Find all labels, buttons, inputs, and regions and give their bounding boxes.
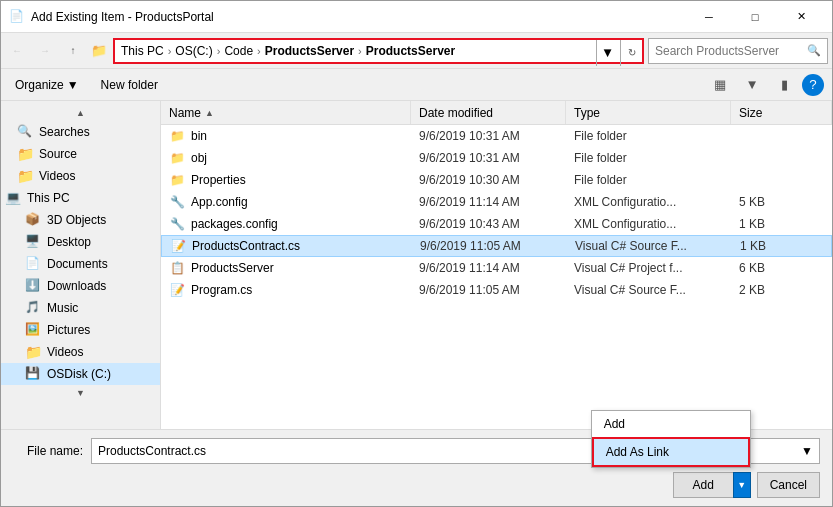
pictures-icon: 🖼️ xyxy=(25,322,41,338)
view-dropdown-button[interactable]: ▼ xyxy=(738,73,766,97)
sidebar-item-searches[interactable]: 🔍 Searches xyxy=(1,121,160,143)
file-type: XML Configuratio... xyxy=(566,213,731,235)
desktop-icon: 🖥️ xyxy=(25,234,41,250)
file-type: Visual C# Source F... xyxy=(567,236,732,256)
file-name: obj xyxy=(191,151,207,165)
sidebar-item-osdisk[interactable]: 💾 OSDisk (C:) xyxy=(1,363,160,385)
dropdown-item-add-as-link[interactable]: Add As Link xyxy=(592,437,750,467)
table-row[interactable]: 📝 Program.cs 9/6/2019 11:05 AM Visual C#… xyxy=(161,279,832,301)
table-row[interactable]: 📁 Properties 9/6/2019 10:30 AM File fold… xyxy=(161,169,832,191)
sidebar-scroll-up[interactable]: ▲ xyxy=(1,105,160,121)
organize-dropdown-icon: ▼ xyxy=(67,78,79,92)
new-folder-button[interactable]: New folder xyxy=(93,75,166,95)
column-header-type[interactable]: Type xyxy=(566,101,731,124)
file-type: File folder xyxy=(566,147,731,169)
forward-button[interactable]: → xyxy=(33,39,57,63)
sidebar-item-videos[interactable]: 📁 Videos xyxy=(1,165,160,187)
file-name: bin xyxy=(191,129,207,143)
file-date: 9/6/2019 11:14 AM xyxy=(411,191,566,213)
sidebar-label-pictures: Pictures xyxy=(47,323,90,337)
table-row[interactable]: 🔧 packages.config 9/6/2019 10:43 AM XML … xyxy=(161,213,832,235)
sidebar-label-3dobjects: 3D Objects xyxy=(47,213,106,227)
sidebar-scroll-down[interactable]: ▼ xyxy=(1,385,160,401)
file-icon: 📁 xyxy=(169,172,185,188)
dialog: 📄 Add Existing Item - ProductsPortal ─ □… xyxy=(0,0,833,507)
add-dropdown-trigger[interactable]: ▼ xyxy=(733,472,751,498)
sidebar-item-pictures[interactable]: 🖼️ Pictures xyxy=(1,319,160,341)
sidebar-item-3dobjects[interactable]: 📦 3D Objects xyxy=(1,209,160,231)
up-button[interactable]: ↑ xyxy=(61,39,85,63)
file-list-area: Name ▲ Date modified Type Size 📁 bin xyxy=(161,101,832,429)
close-button[interactable]: ✕ xyxy=(778,1,824,33)
table-row[interactable]: 📁 obj 9/6/2019 10:31 AM File folder xyxy=(161,147,832,169)
dropdown-item-add[interactable]: Add xyxy=(592,411,750,437)
search-icon: 🔍 xyxy=(807,44,821,57)
file-name: Program.cs xyxy=(191,283,252,297)
file-type: Visual C# Source F... xyxy=(566,279,731,301)
column-header-name[interactable]: Name ▲ xyxy=(161,101,411,124)
breadcrumb-osc: OS(C:) xyxy=(175,44,212,58)
videos2-icon: 📁 xyxy=(25,344,41,360)
sidebar-label-videos: Videos xyxy=(39,169,75,183)
sidebar-item-desktop[interactable]: 🖥️ Desktop xyxy=(1,231,160,253)
file-name: ProductsContract.cs xyxy=(192,239,300,253)
help-button[interactable]: ? xyxy=(802,74,824,96)
breadcrumb-productsserver2: ProductsServer xyxy=(366,44,455,58)
file-type: File folder xyxy=(566,169,731,191)
file-type: Visual C# Project f... xyxy=(566,257,731,279)
sidebar-item-documents[interactable]: 📄 Documents xyxy=(1,253,160,275)
filename-input[interactable] xyxy=(91,438,632,464)
back-button[interactable]: ← xyxy=(5,39,29,63)
file-list: 📁 bin 9/6/2019 10:31 AM File folder 📁 ob… xyxy=(161,125,832,429)
sidebar-item-music[interactable]: 🎵 Music xyxy=(1,297,160,319)
sidebar-item-downloads[interactable]: ⬇️ Downloads xyxy=(1,275,160,297)
file-icon: 🔧 xyxy=(169,194,185,210)
file-name: ProductsServer xyxy=(191,261,274,275)
preview-pane-button[interactable]: ▮ xyxy=(770,73,798,97)
file-date: 9/6/2019 10:43 AM xyxy=(411,213,566,235)
videos-icon: 📁 xyxy=(17,168,33,184)
file-size: 1 KB xyxy=(731,213,832,235)
maximize-button[interactable]: □ xyxy=(732,1,778,33)
sidebar-item-videos2[interactable]: 📁 Videos xyxy=(1,341,160,363)
sidebar-label-thispc: This PC xyxy=(27,191,70,205)
column-header-date[interactable]: Date modified xyxy=(411,101,566,124)
file-size xyxy=(731,147,832,169)
add-button-group: Add ▼ Add Add As Link xyxy=(673,472,751,498)
sidebar-item-thispc[interactable]: 💻 This PC xyxy=(1,187,160,209)
minimize-button[interactable]: ─ xyxy=(686,1,732,33)
view-layout-button[interactable]: ▦ xyxy=(706,73,734,97)
search-input[interactable] xyxy=(655,44,807,58)
table-row[interactable]: 📁 bin 9/6/2019 10:31 AM File folder xyxy=(161,125,832,147)
sidebar-label-music: Music xyxy=(47,301,78,315)
filetype-dropdown-icon: ▼ xyxy=(801,444,813,458)
sidebar-item-source[interactable]: 📁 Source xyxy=(1,143,160,165)
file-type: XML Configuratio... xyxy=(566,191,731,213)
table-row[interactable]: 📝 ProductsContract.cs 9/6/2019 11:05 AM … xyxy=(161,235,832,257)
column-header-size[interactable]: Size xyxy=(731,101,832,124)
folder-nav-icon: 📁 xyxy=(91,43,107,58)
toolbar2-right: ▦ ▼ ▮ ? xyxy=(706,73,824,97)
address-bar[interactable]: This PC › OS(C:) › Code › ProductsServer… xyxy=(113,38,644,64)
file-date: 9/6/2019 10:31 AM xyxy=(411,125,566,147)
address-refresh-button[interactable]: ↻ xyxy=(620,40,642,66)
address-dropdown-button[interactable]: ▼ xyxy=(596,40,618,66)
music-icon: 🎵 xyxy=(25,300,41,316)
file-date: 9/6/2019 10:31 AM xyxy=(411,147,566,169)
file-size: 2 KB xyxy=(731,279,832,301)
add-button[interactable]: Add xyxy=(673,472,733,498)
bottom-bar: File name: All Files (*.*) ▼ Add ▼ Add A… xyxy=(1,429,832,506)
file-name: App.config xyxy=(191,195,248,209)
organize-button[interactable]: Organize ▼ xyxy=(9,75,85,95)
table-row[interactable]: 🔧 App.config 9/6/2019 11:14 AM XML Confi… xyxy=(161,191,832,213)
table-row[interactable]: 📋 ProductsServer 9/6/2019 11:14 AM Visua… xyxy=(161,257,832,279)
thispc-icon: 💻 xyxy=(5,190,21,206)
searches-icon: 🔍 xyxy=(17,124,33,140)
address-bar-row: ← → ↑ 📁 This PC › OS(C:) › Code › Produc… xyxy=(1,33,832,69)
file-icon: 📝 xyxy=(170,238,186,254)
content-area: ▲ 🔍 Searches 📁 Source 📁 Videos 💻 This PC… xyxy=(1,101,832,429)
cancel-button[interactable]: Cancel xyxy=(757,472,820,498)
file-date: 9/6/2019 11:14 AM xyxy=(411,257,566,279)
file-size: 1 KB xyxy=(732,236,831,256)
search-box[interactable]: 🔍 xyxy=(648,38,828,64)
